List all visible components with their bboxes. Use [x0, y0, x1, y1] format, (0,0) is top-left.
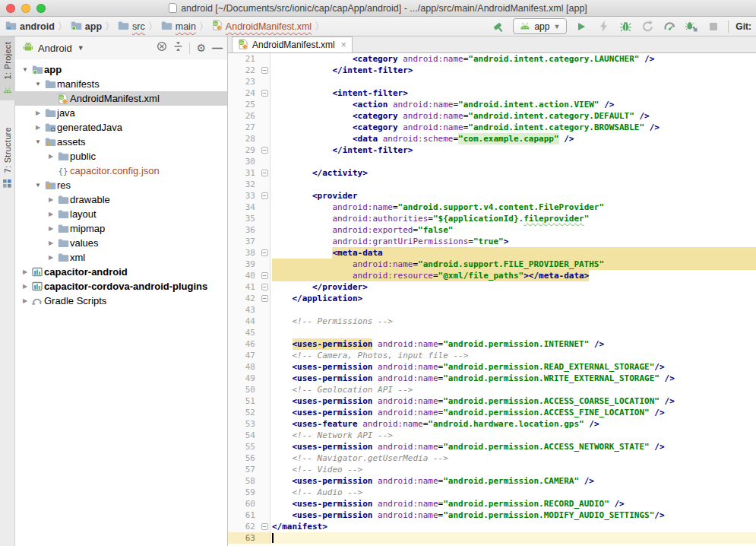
tab-androidmanifest[interactable]: <> AndroidManifest.xml ×	[232, 37, 353, 52]
tree-expand-icon[interactable]: ▼	[33, 182, 43, 189]
tree-item-assets[interactable]: ▼assets	[15, 135, 227, 149]
tree-expand-icon[interactable]: ▶	[46, 196, 56, 203]
code-text[interactable]	[270, 327, 756, 338]
code-line[interactable]: 38− <meta-data	[228, 247, 756, 259]
code-line[interactable]: 26 <category android:name="android.inten…	[228, 110, 756, 122]
code-line[interactable]: 34 android:name="android.support.v4.cont…	[228, 202, 756, 213]
code-line[interactable]: 41− </provider>	[228, 281, 756, 293]
tree-item-layout[interactable]: ▶layout	[15, 207, 227, 221]
tree-item-xml[interactable]: ▶xml	[15, 250, 227, 265]
breadcrumb-item-android[interactable]: android	[5, 21, 55, 33]
tree-expand-icon[interactable]: ▶	[20, 268, 30, 275]
breadcrumb-item-src[interactable]: src	[118, 21, 145, 33]
tree-item-capacitor-android[interactable]: ▶capacitor-android	[15, 265, 227, 279]
close-window-button[interactable]	[6, 4, 15, 13]
tree-item-gradle-scripts[interactable]: ▶Gradle Scripts	[15, 294, 227, 308]
code-line[interactable]: 63	[228, 532, 756, 544]
stop-button[interactable]	[706, 19, 721, 34]
tree-item-res[interactable]: ▼res	[15, 178, 227, 192]
structure-tool-button[interactable]: 7: Structure	[0, 122, 15, 194]
debug-button[interactable]	[618, 19, 633, 34]
code-line[interactable]: 53 <uses-feature android:name="android.h…	[228, 418, 756, 430]
code-line[interactable]: 42− </application>	[228, 293, 756, 304]
code-line[interactable]: 31− </activity>	[228, 167, 756, 179]
code-line[interactable]: 59 <!-- Audio -->	[228, 487, 756, 498]
code-line[interactable]: 40− android:resource="@xml/file_paths"><…	[228, 270, 756, 281]
code-text[interactable]: <category android:name="android.intent.c…	[270, 110, 756, 122]
code-text[interactable]: <category android:name="android.intent.c…	[270, 53, 756, 65]
code-line[interactable]: 55 <uses-permission android:name="androi…	[228, 441, 756, 452]
fold-marker-icon[interactable]: −	[261, 523, 268, 530]
close-tab-icon[interactable]: ×	[341, 40, 346, 50]
fold-marker-icon[interactable]: −	[261, 192, 268, 199]
collapse-all-icon[interactable]	[173, 41, 183, 55]
code-line[interactable]: 28 <data android:scheme="com.example.cap…	[228, 133, 756, 144]
code-text[interactable]: <uses-permission android:name="android.p…	[270, 509, 756, 521]
code-text[interactable]: android:name="android.support.v4.content…	[270, 202, 756, 213]
tree-expand-icon[interactable]: ▼	[20, 66, 30, 73]
code-text[interactable]: <!-- Video -->	[270, 464, 756, 475]
code-text[interactable]: <data android:scheme="com.example.capapp…	[270, 133, 756, 144]
code-line[interactable]: 21 <category android:name="android.inten…	[228, 53, 756, 65]
code-text[interactable]: <uses-permission android:name="android.p…	[270, 338, 756, 350]
tree-item-generatedjava[interactable]: ▶generatedJava	[15, 120, 227, 135]
tree-item-app[interactable]: ▼app	[15, 62, 227, 77]
gear-icon[interactable]: ⚙	[196, 43, 206, 53]
tree-expand-icon[interactable]: ▶	[46, 225, 56, 232]
code-text[interactable]: android:name="android.support.FILE_PROVI…	[270, 259, 756, 270]
code-text[interactable]: <uses-permission android:name="android.p…	[270, 407, 756, 418]
code-line[interactable]: 47 <!-- Camera, Photos, input file -->	[228, 350, 756, 361]
project-tool-button[interactable]: 1: Project	[0, 37, 15, 100]
code-text[interactable]: </manifest>	[270, 521, 756, 532]
code-line[interactable]: 57 <!-- Video -->	[228, 464, 756, 475]
fold-marker-icon[interactable]: −	[261, 295, 268, 302]
code-line[interactable]: 36 android:exported="false"	[228, 224, 756, 236]
tree-expand-icon[interactable]: ▶	[46, 153, 56, 160]
code-text[interactable]: <uses-permission android:name="android.p…	[270, 373, 756, 384]
code-text[interactable]: <uses-permission android:name="android.p…	[270, 395, 756, 407]
run-config-selector[interactable]: app ▼	[513, 18, 567, 34]
fold-marker-icon[interactable]: −	[261, 147, 268, 154]
code-text[interactable]	[270, 179, 756, 190]
code-text[interactable]: <uses-permission android:name="android.p…	[270, 361, 756, 373]
code-line[interactable]: 58 <uses-permission android:name="androi…	[228, 475, 756, 487]
tree-expand-icon[interactable]: ▶	[46, 240, 56, 246]
code-text[interactable]: </application>	[270, 293, 756, 304]
build-button[interactable]	[491, 19, 506, 34]
tree-expand-icon[interactable]: ▶	[33, 124, 43, 131]
code-text[interactable]: <!-- Navigator.getUserMedia -->	[270, 452, 756, 464]
code-line[interactable]: 32	[228, 179, 756, 190]
code-line[interactable]: 62−</manifest>	[228, 521, 756, 532]
code-line[interactable]: 25 <action android:name="android.intent.…	[228, 99, 756, 110]
attach-debugger-button[interactable]	[684, 19, 699, 34]
code-text[interactable]: <uses-permission android:name="android.p…	[270, 498, 756, 509]
tree-expand-icon[interactable]: ▶	[20, 297, 30, 304]
hide-panel-icon[interactable]: —	[212, 42, 223, 54]
fold-marker-icon[interactable]: −	[261, 67, 268, 74]
tree-expand-icon[interactable]: ▶	[46, 254, 56, 261]
code-line[interactable]: 22− </intent-filter>	[228, 65, 756, 76]
tree-item-capacitor-config-json[interactable]: {}capacitor.config.json	[15, 163, 227, 178]
zoom-window-button[interactable]	[36, 4, 46, 13]
tree-item-capacitor-cordova-android-plugins[interactable]: ▶capacitor-cordova-android-plugins	[15, 279, 227, 294]
tree-expand-icon[interactable]: ▼	[33, 81, 43, 87]
tree-expand-icon[interactable]: ▼	[33, 138, 43, 145]
code-line[interactable]: 54 <!-- Network API -->	[228, 430, 756, 441]
code-text[interactable]: android:exported="false"	[270, 224, 756, 236]
code-text[interactable]: android:resource="@xml/file_paths"></met…	[270, 270, 756, 281]
code-line[interactable]: 23	[228, 76, 756, 87]
code-line[interactable]: 37 android:grantUriPermissions="true">	[228, 236, 756, 247]
view-selector[interactable]: Android	[38, 43, 72, 54]
code-line[interactable]: 44 <!-- Permissions -->	[228, 316, 756, 327]
tree-item-drawable[interactable]: ▶drawable	[15, 192, 227, 207]
code-text[interactable]: <category android:name="android.intent.c…	[270, 122, 756, 133]
minimize-window-button[interactable]	[21, 4, 30, 13]
code-text[interactable]: <meta-data	[270, 247, 756, 259]
code-text[interactable]: <uses-feature android:name="android.hard…	[270, 418, 756, 430]
code-line[interactable]: 48 <uses-permission android:name="androi…	[228, 361, 756, 373]
code-line[interactable]: 49 <uses-permission android:name="androi…	[228, 373, 756, 384]
tree-expand-icon[interactable]: ▶	[33, 110, 43, 116]
code-text[interactable]: <intent-filter>	[270, 87, 756, 99]
fold-marker-icon[interactable]: −	[261, 170, 268, 176]
code-text[interactable]: <!-- Network API -->	[270, 430, 756, 441]
